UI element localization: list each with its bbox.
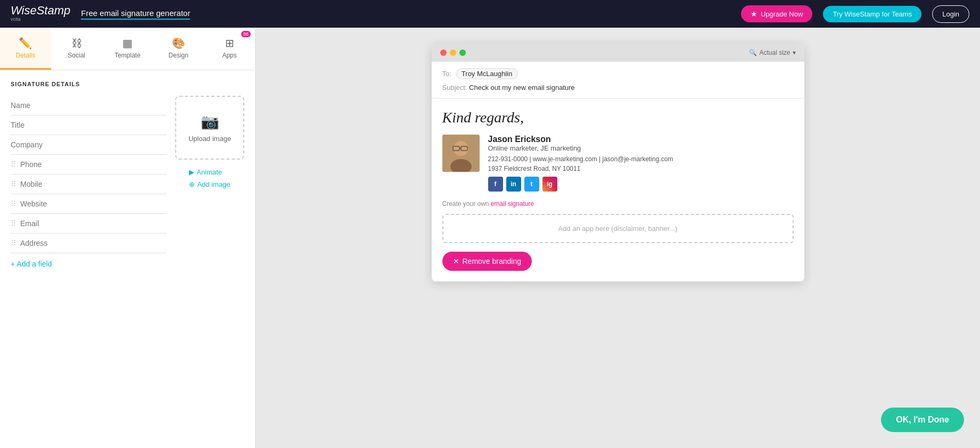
design-icon: 🎨 [172,37,185,49]
email-body: Kind regards, [432,98,804,281]
to-chip: Troy McLaughlin [456,68,518,79]
drag-handle-mobile: ⠿ [11,180,16,188]
branding-text: Create your own email signature [442,200,794,208]
chevron-down-icon: ▾ [793,49,796,56]
main-layout: ✏️ Details ⛓ Social ▦ Template 🎨 Design … [0,28,980,448]
section-title: SIGNATURE DETAILS [11,81,244,87]
dot-yellow [450,49,456,56]
field-row-name [11,96,167,115]
facebook-button[interactable]: f [488,177,503,192]
field-row-address: ⠿ [11,234,167,253]
sig-name: Jason Erickson [488,135,794,144]
drag-handle-address: ⠿ [11,239,16,247]
tab-design[interactable]: 🎨 Design [153,28,204,70]
social-icon: ⛓ [71,37,82,49]
sig-photo [442,135,480,172]
sig-title: Online marketer, JE marketing [488,144,794,152]
add-image-link[interactable]: ⊕ Add image [189,180,230,188]
email-to-row: To: Troy McLaughlin [442,68,794,79]
fields-list: ⠿ ⠿ ⠿ ⠿ ⠿ [11,96,167,253]
instagram-button[interactable]: ig [542,177,557,192]
window-dots [440,49,466,56]
upgrade-now-button[interactable]: ★ Upgrade Now [741,5,813,22]
ok-done-button[interactable]: OK, I'm Done [881,408,964,432]
add-field-link[interactable]: + Add a field [11,260,52,268]
template-icon: ▦ [122,37,133,49]
remove-branding-button[interactable]: ✕ Remove branding [442,252,532,271]
play-icon: ▶ [189,168,194,176]
address-input[interactable] [20,239,167,247]
sig-contact: 212-931-0000 | www.je-marketing.com | ja… [488,155,794,163]
login-button[interactable]: Login [932,5,969,23]
tab-social[interactable]: ⛓ Social [51,28,102,70]
email-subject-row: Subject: Check out my new email signatur… [442,84,794,92]
dot-red [440,49,447,56]
camera-icon: 📷 [201,113,219,130]
subject-text: Check out my new email signature [469,84,575,92]
drag-handle-email: ⠿ [11,219,16,228]
sidebar-tabs: ✏️ Details ⛓ Social ▦ Template 🎨 Design … [0,28,255,70]
preview-area: 🔍 Actual size ▾ To: Troy McLaughlin Subj… [256,28,980,448]
field-row-company [11,135,167,155]
field-row-website: ⠿ [11,194,167,214]
field-row-title [11,115,167,135]
field-row-email: ⠿ [11,214,167,234]
email-header: To: Troy McLaughlin Subject: Check out m… [432,62,804,98]
drag-handle-phone: ⠿ [11,160,16,169]
sig-socials: f in t ig [488,177,794,192]
sidebar: ✏️ Details ⛓ Social ▦ Template 🎨 Design … [0,28,256,448]
window-size-control[interactable]: 🔍 Actual size ▾ [749,49,795,56]
drag-handle-website: ⠿ [11,200,16,208]
details-icon: ✏️ [19,37,32,49]
zoom-icon: 🔍 [749,49,757,56]
name-input[interactable] [11,101,167,110]
twitter-button[interactable]: t [524,177,539,192]
sidebar-content: SIGNATURE DETAILS ⠿ [0,70,255,448]
image-actions: ▶ Animate ⊕ Add image [189,168,230,188]
try-teams-button[interactable]: Try WiseStamp for Teams [823,6,921,22]
animate-link[interactable]: ▶ Animate [189,168,230,176]
email-window: 🔍 Actual size ▾ To: Troy McLaughlin Subj… [432,44,804,281]
greeting-text: Kind regards, [442,109,794,126]
app-placeholder: Add an app here (disclaimer, banner...) [442,214,794,243]
dot-green [459,49,466,56]
top-navigation: WiseStamp vcita Free email signature gen… [0,0,980,28]
logo: WiseStamp vcita [11,6,70,22]
phone-input[interactable] [20,160,167,169]
x-icon: ✕ [453,257,459,266]
linkedin-button[interactable]: in [506,177,521,192]
email-input[interactable] [20,219,167,228]
upload-image-area[interactable]: 📷 Upload image [175,96,244,160]
apps-icon: ⊞ [225,37,234,49]
nav-title: Free email signature generator [81,9,190,20]
company-input[interactable] [11,140,167,149]
window-chrome: 🔍 Actual size ▾ [432,44,804,62]
sig-info: Jason Erickson Online marketer, JE marke… [488,135,794,192]
plus-circle-icon: ⊕ [189,180,195,188]
sig-address: 1937 Fieldcrest Road, NY 10011 [488,165,794,172]
tab-apps[interactable]: ⊞ Apps 86 [204,28,255,70]
tab-template[interactable]: ▦ Template [102,28,153,70]
field-row-phone: ⠿ [11,155,167,175]
mobile-input[interactable] [20,180,167,188]
field-row-mobile: ⠿ [11,175,167,194]
branding-link[interactable]: email signature [491,200,534,208]
tab-details[interactable]: ✏️ Details [0,28,51,70]
apps-badge: 86 [241,31,251,37]
star-icon: ★ [751,10,757,18]
signature-block: Jason Erickson Online marketer, JE marke… [442,135,794,192]
title-input[interactable] [11,121,167,129]
fields-area: ⠿ ⠿ ⠿ ⠿ ⠿ [11,96,244,253]
website-input[interactable] [20,200,167,208]
